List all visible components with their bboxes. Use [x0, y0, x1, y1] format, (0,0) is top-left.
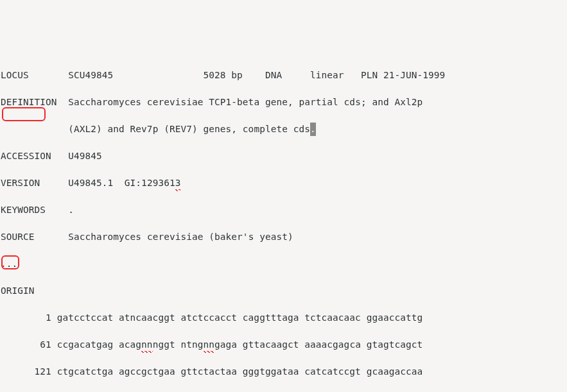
definition-value-1: Saccharomyces cerevisiae TCP1-beta gene,…: [68, 97, 423, 107]
locus-value: SCU49845 5028 bp DNA linear PLN 21-JUN-1…: [68, 70, 445, 80]
accession-line: ACCESSION U49845: [1, 149, 567, 163]
definition-value-2: (AXL2) and Rev7p (REV7) genes, complete …: [68, 124, 310, 134]
spell-error: nn: [141, 338, 153, 352]
keywords-label: KEYWORDS: [1, 205, 46, 215]
annotation-origin-box: [2, 107, 46, 121]
source-value: Saccharomyces cerevisiae (baker's yeast): [68, 232, 293, 242]
source-line: SOURCE Saccharomyces cerevisiae (baker's…: [1, 230, 567, 244]
definition-line1: DEFINITION Saccharomyces cerevisiae TCP1…: [1, 96, 567, 109]
accession-label: ACCESSION: [1, 151, 51, 161]
origin-label-1: ORIGIN: [1, 284, 567, 298]
seq-row: 121 ctgcatctga agccgctgaa gttctactaa ggg…: [1, 365, 567, 379]
spell-error: 3: [175, 176, 181, 190]
keywords-value: .: [68, 205, 74, 215]
locus-label: LOCUS: [1, 70, 29, 80]
keywords-line: KEYWORDS .: [1, 203, 567, 217]
definition-label: DEFINITION: [1, 97, 57, 107]
text-cursor[interactable]: .: [310, 123, 316, 136]
seq-row: 61 ccgacatgag acagnnnggt ntngnngaga gtta…: [1, 338, 567, 352]
source-label: SOURCE: [1, 232, 35, 242]
locus-line: LOCUS SCU49845 5028 bp DNA linear PLN 21…: [1, 69, 567, 82]
version-value: U49845.1 GI:129361: [68, 178, 175, 188]
accession-value: U49845: [68, 151, 102, 161]
definition-line2: (AXL2) and Rev7p (REV7) genes, complete …: [1, 123, 567, 136]
spell-error: nn: [204, 338, 215, 352]
ellipsis: ...: [1, 257, 567, 271]
version-line: VERSION U49845.1 GI:1293613: [1, 176, 567, 190]
seq-row: 1 gatcctccat atncaacggt atctccacct caggt…: [1, 311, 567, 325]
version-label: VERSION: [1, 178, 40, 188]
